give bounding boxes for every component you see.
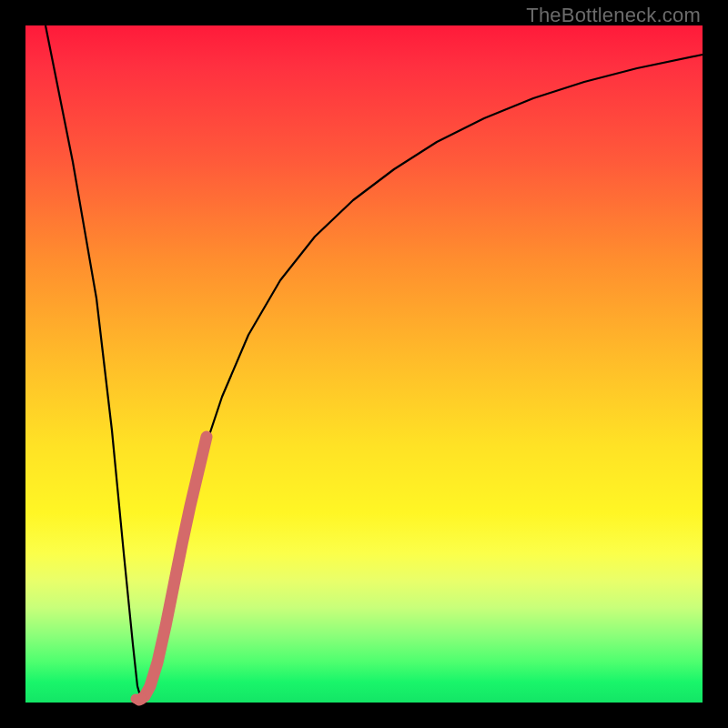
vertex-hook [136, 699, 142, 700]
curve-layer [25, 25, 703, 703]
highlight-segment [139, 437, 207, 700]
plot-area [25, 25, 703, 703]
chart-frame: TheBottleneck.com [0, 0, 728, 728]
watermark-text: TheBottleneck.com [526, 4, 701, 27]
bottleneck-curve [46, 25, 703, 699]
